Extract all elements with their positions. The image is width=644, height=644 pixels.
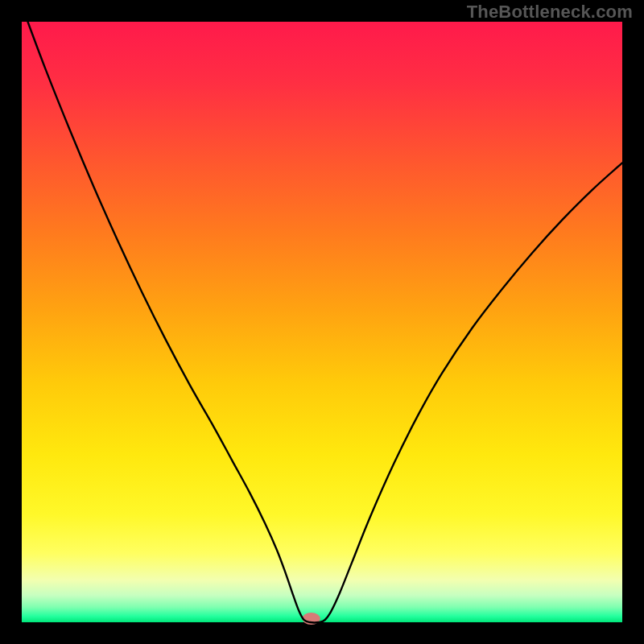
gradient-background (22, 22, 622, 622)
watermark-text: TheBottleneck.com (467, 2, 633, 23)
chart-frame: TheBottleneck.com (0, 0, 644, 644)
bottleneck-curve-chart (0, 0, 644, 644)
